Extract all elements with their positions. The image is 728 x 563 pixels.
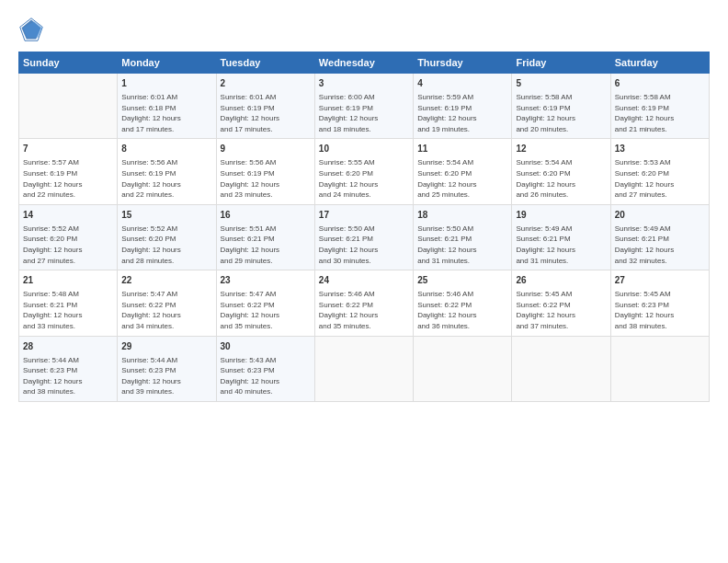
day-cell: 19Sunrise: 5:49 AM Sunset: 6:21 PM Dayli… (512, 204, 610, 270)
day-cell: 17Sunrise: 5:50 AM Sunset: 6:21 PM Dayli… (314, 204, 413, 270)
day-number: 14 (23, 209, 113, 222)
day-info: Sunrise: 5:53 AM Sunset: 6:20 PM Dayligh… (615, 157, 705, 200)
day-cell: 8Sunrise: 5:56 AM Sunset: 6:19 PM Daylig… (118, 139, 216, 204)
day-cell (314, 336, 413, 401)
day-number: 21 (23, 274, 113, 287)
day-info: Sunrise: 6:00 AM Sunset: 6:19 PM Dayligh… (319, 92, 409, 134)
day-info: Sunrise: 5:44 AM Sunset: 6:23 PM Dayligh… (23, 355, 113, 397)
day-info: Sunrise: 5:50 AM Sunset: 6:21 PM Dayligh… (319, 224, 409, 266)
day-cell: 12Sunrise: 5:54 AM Sunset: 6:20 PM Dayli… (512, 139, 610, 204)
day-number: 23 (221, 274, 311, 287)
logo (18, 17, 48, 42)
day-cell: 6Sunrise: 5:58 AM Sunset: 6:19 PM Daylig… (610, 74, 709, 139)
day-number: 19 (516, 209, 606, 222)
day-cell (19, 74, 118, 139)
day-cell: 2Sunrise: 6:01 AM Sunset: 6:19 PM Daylig… (216, 74, 314, 139)
day-number: 1 (121, 77, 211, 90)
col-header-thursday: Thursday (414, 52, 512, 74)
day-info: Sunrise: 5:56 AM Sunset: 6:19 PM Dayligh… (121, 157, 211, 200)
logo-icon (18, 17, 44, 42)
page: SundayMondayTuesdayWednesdayThursdayFrid… (0, 0, 728, 563)
col-header-monday: Monday (118, 52, 216, 74)
col-header-friday: Friday (512, 52, 610, 74)
day-number: 8 (121, 143, 211, 155)
day-cell: 3Sunrise: 6:00 AM Sunset: 6:19 PM Daylig… (314, 74, 413, 139)
day-info: Sunrise: 5:50 AM Sunset: 6:21 PM Dayligh… (417, 224, 507, 266)
col-header-tuesday: Tuesday (216, 52, 314, 74)
day-info: Sunrise: 5:58 AM Sunset: 6:19 PM Dayligh… (516, 92, 606, 134)
day-info: Sunrise: 5:52 AM Sunset: 6:20 PM Dayligh… (121, 224, 211, 266)
day-number: 16 (221, 209, 311, 222)
day-number: 18 (417, 209, 507, 222)
day-cell: 11Sunrise: 5:54 AM Sunset: 6:20 PM Dayli… (414, 139, 512, 204)
day-number: 29 (121, 340, 211, 353)
col-header-sunday: Sunday (19, 52, 118, 74)
day-number: 28 (23, 340, 113, 353)
day-info: Sunrise: 6:01 AM Sunset: 6:18 PM Dayligh… (121, 92, 211, 134)
day-info: Sunrise: 6:01 AM Sunset: 6:19 PM Dayligh… (221, 92, 311, 134)
day-number: 24 (319, 274, 409, 287)
day-number: 13 (615, 143, 705, 155)
header (18, 17, 710, 42)
day-info: Sunrise: 5:59 AM Sunset: 6:19 PM Dayligh… (417, 92, 507, 134)
day-number: 11 (417, 143, 507, 155)
day-cell: 16Sunrise: 5:51 AM Sunset: 6:21 PM Dayli… (216, 204, 314, 270)
day-number: 9 (221, 143, 311, 155)
day-cell: 10Sunrise: 5:55 AM Sunset: 6:20 PM Dayli… (314, 139, 413, 204)
day-cell: 9Sunrise: 5:56 AM Sunset: 6:19 PM Daylig… (216, 139, 314, 204)
calendar-table: SundayMondayTuesdayWednesdayThursdayFrid… (18, 52, 710, 402)
day-number: 7 (23, 143, 113, 155)
day-info: Sunrise: 5:51 AM Sunset: 6:21 PM Dayligh… (221, 224, 311, 266)
day-number: 12 (516, 143, 606, 155)
day-cell: 28Sunrise: 5:44 AM Sunset: 6:23 PM Dayli… (19, 336, 118, 401)
week-row-1: 1Sunrise: 6:01 AM Sunset: 6:18 PM Daylig… (19, 74, 710, 139)
day-info: Sunrise: 5:54 AM Sunset: 6:20 PM Dayligh… (417, 157, 507, 200)
day-number: 10 (319, 143, 409, 155)
day-cell: 18Sunrise: 5:50 AM Sunset: 6:21 PM Dayli… (414, 204, 512, 270)
week-row-2: 7Sunrise: 5:57 AM Sunset: 6:19 PM Daylig… (19, 139, 710, 204)
day-info: Sunrise: 5:44 AM Sunset: 6:23 PM Dayligh… (121, 355, 211, 397)
day-info: Sunrise: 5:45 AM Sunset: 6:22 PM Dayligh… (516, 289, 606, 331)
day-cell: 13Sunrise: 5:53 AM Sunset: 6:20 PM Dayli… (610, 139, 709, 204)
day-number: 15 (121, 209, 211, 222)
day-cell (610, 336, 709, 401)
day-number: 27 (615, 274, 705, 287)
day-info: Sunrise: 5:45 AM Sunset: 6:23 PM Dayligh… (615, 289, 705, 331)
day-cell: 26Sunrise: 5:45 AM Sunset: 6:22 PM Dayli… (512, 270, 610, 336)
day-info: Sunrise: 5:49 AM Sunset: 6:21 PM Dayligh… (516, 224, 606, 266)
day-cell: 14Sunrise: 5:52 AM Sunset: 6:20 PM Dayli… (19, 204, 118, 270)
day-number: 2 (221, 77, 311, 90)
header-row: SundayMondayTuesdayWednesdayThursdayFrid… (19, 52, 710, 74)
day-number: 20 (615, 209, 705, 222)
day-cell: 30Sunrise: 5:43 AM Sunset: 6:23 PM Dayli… (216, 336, 314, 401)
col-header-wednesday: Wednesday (314, 52, 413, 74)
day-cell: 24Sunrise: 5:46 AM Sunset: 6:22 PM Dayli… (314, 270, 413, 336)
day-info: Sunrise: 5:52 AM Sunset: 6:20 PM Dayligh… (23, 224, 113, 266)
day-info: Sunrise: 5:47 AM Sunset: 6:22 PM Dayligh… (121, 289, 211, 331)
day-cell: 25Sunrise: 5:46 AM Sunset: 6:22 PM Dayli… (414, 270, 512, 336)
day-cell: 29Sunrise: 5:44 AM Sunset: 6:23 PM Dayli… (118, 336, 216, 401)
day-cell: 1Sunrise: 6:01 AM Sunset: 6:18 PM Daylig… (118, 74, 216, 139)
day-cell: 20Sunrise: 5:49 AM Sunset: 6:21 PM Dayli… (610, 204, 709, 270)
day-info: Sunrise: 5:48 AM Sunset: 6:21 PM Dayligh… (23, 289, 113, 331)
day-cell: 23Sunrise: 5:47 AM Sunset: 6:22 PM Dayli… (216, 270, 314, 336)
day-info: Sunrise: 5:46 AM Sunset: 6:22 PM Dayligh… (319, 289, 409, 331)
day-number: 5 (516, 77, 606, 90)
day-cell: 4Sunrise: 5:59 AM Sunset: 6:19 PM Daylig… (414, 74, 512, 139)
day-cell (512, 336, 610, 401)
day-number: 30 (221, 340, 311, 353)
day-number: 4 (417, 77, 507, 90)
week-row-4: 21Sunrise: 5:48 AM Sunset: 6:21 PM Dayli… (19, 270, 710, 336)
day-info: Sunrise: 5:57 AM Sunset: 6:19 PM Dayligh… (23, 157, 113, 200)
day-cell: 15Sunrise: 5:52 AM Sunset: 6:20 PM Dayli… (118, 204, 216, 270)
day-cell (414, 336, 512, 401)
day-number: 25 (417, 274, 507, 287)
day-cell: 7Sunrise: 5:57 AM Sunset: 6:19 PM Daylig… (19, 139, 118, 204)
day-cell: 21Sunrise: 5:48 AM Sunset: 6:21 PM Dayli… (19, 270, 118, 336)
day-number: 17 (319, 209, 409, 222)
day-cell: 22Sunrise: 5:47 AM Sunset: 6:22 PM Dayli… (118, 270, 216, 336)
day-number: 6 (615, 77, 705, 90)
day-cell: 27Sunrise: 5:45 AM Sunset: 6:23 PM Dayli… (610, 270, 709, 336)
day-info: Sunrise: 5:49 AM Sunset: 6:21 PM Dayligh… (615, 224, 705, 266)
week-row-3: 14Sunrise: 5:52 AM Sunset: 6:20 PM Dayli… (19, 204, 710, 270)
